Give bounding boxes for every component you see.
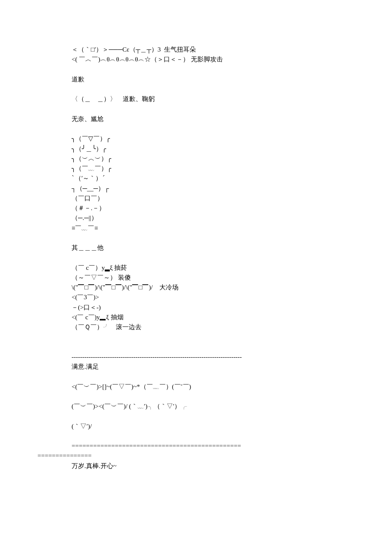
text-line: 〈（＿ ＿）〉 道歉、鞠躬 (72, 94, 358, 104)
text-line (72, 84, 358, 94)
text-line: （─.─||） (72, 213, 358, 223)
text-line (72, 104, 358, 114)
document-content: ＜（｀□′）＞───Cε（┬＿┬）3 生气扭耳朵<( ￣︿￣)︵θ︵θ︵θ︵θ︵… (72, 45, 358, 471)
text-line: （￣口￣） (72, 194, 358, 203)
text-line (72, 342, 358, 352)
text-line (72, 124, 358, 134)
text-line-outdent: =============== (37, 451, 358, 461)
text-line: 满意.满足 (72, 362, 358, 372)
text-line: ＜（｀□′）＞───Cε（┬＿┬）3 生气扭耳朵 (72, 45, 358, 55)
text-line (72, 392, 358, 402)
text-line (72, 233, 358, 243)
text-line: －(>口＜-) (72, 303, 358, 312)
text-line (72, 431, 358, 441)
text-line: 其＿＿＿他 (72, 243, 358, 253)
text-line: （￣Ｑ￣）╯ 滚一边去 (72, 322, 358, 332)
text-line: ----------------------------------------… (72, 352, 358, 362)
text-line: ┐（─__─）┌ (72, 184, 358, 194)
text-line: ╮（￣﹏￣）╭ (72, 164, 358, 173)
text-line: 道歉 (72, 75, 358, 84)
text-line (72, 372, 358, 382)
text-line: (￣︶￣)><(￣︶￣)/ (｀﹏′)╮（｀▽′）╭ (72, 402, 358, 411)
text-line: \("▔□▔)/\("▔□▔)/\("▔□▔)/ 大冷场 (72, 283, 358, 292)
text-line: (｀▽′)/ (72, 422, 358, 431)
text-line: （＃－.－） (72, 203, 358, 213)
text-line (72, 332, 358, 342)
text-line: 无奈、尴尬 (72, 114, 358, 124)
text-line: ╮（￣▽￣）╭ (72, 134, 358, 144)
text-line: （～￣▽￣～） 装傻 (72, 273, 358, 283)
text-line: <(￣︶￣)>[]~(￣▽￣)~*（￣﹏￣）(￣ˇ￣) (72, 382, 358, 392)
text-line: <(￣3￣)> (72, 292, 358, 302)
text-line: ˋ（′～｀）ˊ (72, 173, 358, 183)
text-line (72, 411, 358, 421)
text-line (72, 65, 358, 75)
text-line: <(￣ c￣)y▂ξ 抽烟 (72, 312, 358, 322)
text-line: ≡￣﹏￣≡ (72, 223, 358, 233)
document-page: ＜（｀□′）＞───Cε（┬＿┬）3 生气扭耳朵<( ￣︿￣)︵θ︵θ︵θ︵θ︵… (0, 0, 392, 497)
text-line: 万岁.真棒.开心~ (72, 461, 358, 471)
text-line (72, 253, 358, 263)
text-line: （￣ c￣）y▂ξ 抽菸 (72, 263, 358, 273)
text-line: <( ￣︿￣)︵θ︵θ︵θ︵θ︵☆（＞口＜－） 无影脚攻击 (72, 55, 358, 64)
text-line: ========================================… (72, 441, 358, 451)
text-line: ╮（╯＿╰）╭ (72, 144, 358, 154)
text-line: ╮（︶︿︶）╭ (72, 154, 358, 164)
